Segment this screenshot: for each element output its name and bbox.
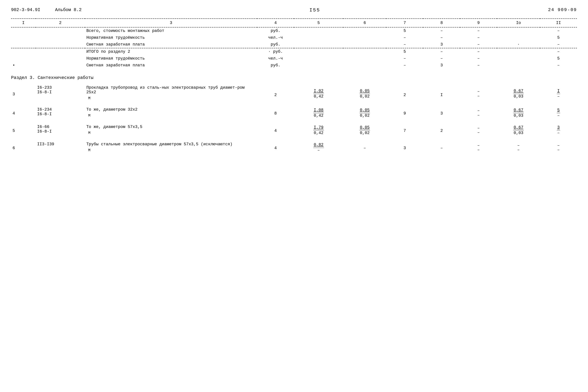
itogo-row-3: • Сметная заработная плата руб. – 3 – – — [11, 62, 577, 69]
row3-col5-fraction: I,02 0,42 — [313, 88, 324, 99]
row3-desc: Прокладка трубопровод из сталь-ных элект… — [86, 85, 256, 94]
summary-unit-1: руб. — [271, 28, 280, 33]
row5-col6-fraction: 0,05 0,02 — [360, 125, 370, 136]
row4-col11-fraction: 5 – — [557, 108, 560, 118]
spacer-2 — [11, 120, 577, 123]
spacer-1 — [11, 102, 577, 106]
column-header-row: I 2 3 4 5 6 7 8 9 Io II — [11, 18, 577, 27]
row3-code1: I6-233 — [37, 85, 83, 90]
row5-col11-fraction: 3 – — [557, 125, 560, 136]
row5-col10-fraction: 0,67 0,03 — [513, 125, 524, 136]
col-header-1: I — [11, 18, 36, 27]
row5-col9-eq: – – — [477, 126, 480, 135]
row3-col6-fraction: 0,05 0,02 — [360, 88, 370, 99]
row6-col5-fraction: 0,82 – — [313, 142, 324, 153]
data-row-5: 5 I6-66 I6-8-I То же, диаметром 57х3,5 М… — [11, 123, 577, 137]
row5-col5-fraction: I,79 0,42 — [313, 125, 324, 136]
col-header-11: II — [540, 18, 577, 27]
summary-row-3: Сметная заработная плата руб. – 3 – · – — [11, 41, 577, 48]
page-number: I55 — [310, 8, 320, 13]
row6-col10-eq: – – — [517, 144, 520, 152]
row3-col11-fraction: I – — [557, 88, 560, 99]
itogo-label-3: Сметная заработная плата — [86, 63, 145, 68]
col-header-6: 6 — [343, 18, 386, 27]
summary-label-2: Нормативная трудоёмкость — [86, 36, 145, 40]
page-header: 902-3-94.9I Альбом 8.2 I55 24 909-09 — [11, 8, 577, 13]
section3-title: Раздел 3. Сантехнические работы — [11, 75, 93, 80]
row4-code1: I6-234 — [37, 107, 83, 112]
row4-desc: То же, диаметром 32х2 — [86, 107, 256, 112]
row6-desc: Трубы стальные электросварные диаметром … — [86, 142, 256, 146]
data-row-6: 6 II3-I39 Трубы стальные электросварные … — [11, 140, 577, 154]
col-header-9: 9 — [460, 18, 497, 27]
col-header-10: Io — [497, 18, 540, 27]
itogo-label-1: ИТОГО по разделу 2 — [86, 50, 130, 54]
row6-code1: II3-I39 — [37, 142, 83, 146]
col-header-8: 8 — [423, 18, 460, 27]
row4-code2: I6-8-I — [37, 112, 83, 116]
itogo-row-1: ИТОГО по разделу 2 · руб. 5 – – – — [11, 48, 577, 55]
itogo-unit-1: · — [268, 50, 270, 54]
col-header-7: 7 — [386, 18, 423, 27]
data-row-4: 4 I6-234 I6-8-I То же, диаметром 32х2 М … — [11, 106, 577, 120]
summary-label-3: Сметная заработная плата — [86, 42, 145, 47]
summary-unit-3: руб. — [271, 42, 280, 47]
row4-col6-fraction: 0,05 0,02 — [360, 108, 370, 118]
spacer-3 — [11, 137, 577, 140]
header-left: 902-3-94.9I Альбом 8.2 — [11, 8, 82, 12]
doc-code: 24 909-09 — [548, 8, 577, 12]
row5-code1: I6-66 — [37, 125, 83, 129]
album-label: Альбом 8.2 — [55, 8, 82, 12]
summary-row-2: Нормативная трудоёмкость чел.-ч – – – 5 — [11, 34, 577, 41]
row4-col9-eq: – – — [477, 108, 480, 118]
itogo-row-2: Нормативная трудоёмкость чел.-ч – – – 5 — [11, 55, 577, 62]
main-table: I 2 3 4 5 6 7 8 9 Io II Всего, стоимость… — [11, 18, 577, 154]
itogo-label-2: Нормативная трудоёмкость — [86, 56, 145, 61]
summary-label-1: Всего, стоимость монтажных работ — [86, 28, 164, 33]
col-header-2: 2 — [36, 18, 85, 27]
row3-code2: I6-8-I — [37, 90, 83, 94]
row5-code2: I6-8-I — [37, 129, 83, 134]
row6-col9-eq: – – — [477, 144, 480, 152]
col-header-5: 5 — [294, 18, 343, 27]
data-row-3: 3 I6-233 I6-8-I Прокладка трубопровод из… — [11, 84, 577, 102]
row4-col10-fraction: 0,67 0,03 — [513, 108, 524, 118]
summary-row-1: Всего, стоимость монтажных работ руб. 5 … — [11, 27, 577, 34]
row3-col9-eq: – – — [477, 90, 480, 98]
section3-header-row: Раздел 3. Сантехнические работы — [11, 69, 577, 84]
summary-unit-2: чел.-ч — [268, 36, 283, 40]
doc-number: 902-3-94.9I — [11, 8, 40, 12]
col-header-4: 4 — [257, 18, 294, 27]
row3-col10-fraction: 0,67 0,03 — [513, 88, 524, 99]
row5-desc: То же, диаметром 57х3,5 — [86, 125, 256, 129]
row6-col11-eq: – – — [557, 144, 560, 152]
col-header-3: 3 — [85, 18, 257, 27]
row4-col5-fraction: I,08 0,42 — [313, 108, 324, 118]
